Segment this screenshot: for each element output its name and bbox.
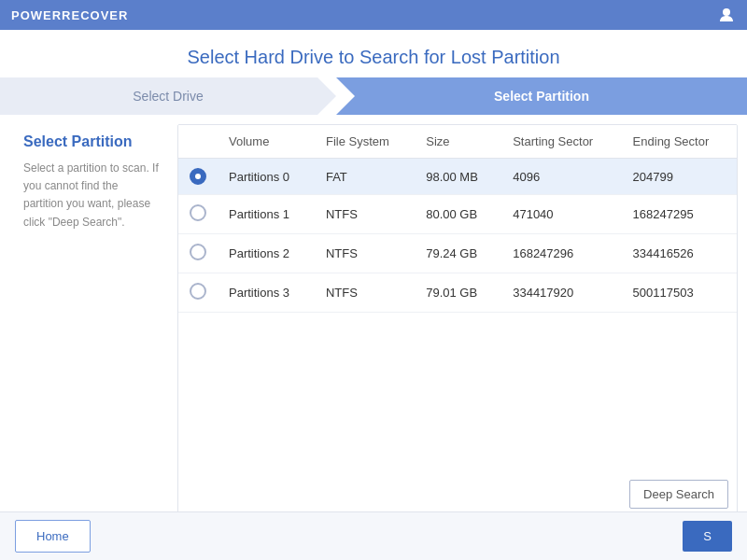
cell-filesystem: NTFS <box>315 234 415 273</box>
page-title: Select Hard Drive to Search for Lost Par… <box>0 30 747 77</box>
cell-size: 79.01 GB <box>415 273 501 313</box>
col-starting-sector: Starting Sector <box>501 125 621 159</box>
table-row[interactable]: Partitions 0 FAT 98.00 MB 4096 204799 <box>178 159 737 195</box>
table-row[interactable]: Partitions 1 NTFS 80.00 GB 471040 168247… <box>178 195 737 234</box>
step-select-partition[interactable]: Select Partition <box>336 77 747 115</box>
cell-ending-sector: 168247295 <box>622 195 737 234</box>
user-icon[interactable] <box>717 6 736 24</box>
cell-filesystem: NTFS <box>315 273 415 313</box>
title-bar: POWERRECOVER <box>0 0 747 30</box>
cell-starting-sector: 334417920 <box>501 273 621 313</box>
radio-cell[interactable] <box>178 159 218 195</box>
cell-volume: Partitions 0 <box>218 159 315 195</box>
table-body: Partitions 0 FAT 98.00 MB 4096 204799 Pa… <box>178 159 737 313</box>
partition-table: Volume File System Size Starting Sector … <box>178 125 737 313</box>
col-size: Size <box>415 125 501 159</box>
radio-button[interactable] <box>190 283 206 300</box>
table-header-row: Volume File System Size Starting Sector … <box>178 125 737 159</box>
table-row[interactable]: Partitions 2 NTFS 79.24 GB 168247296 334… <box>178 234 737 273</box>
cell-size: 80.00 GB <box>415 195 501 234</box>
cell-ending-sector: 334416526 <box>622 234 737 273</box>
steps-bar: Select Drive Select Partition <box>0 77 747 115</box>
left-panel-description: Select a partition to scan. If you canno… <box>23 160 159 231</box>
step-select-drive[interactable]: Select Drive <box>0 77 336 115</box>
main-content: Select Hard Drive to Search for Lost Par… <box>0 30 747 560</box>
radio-cell[interactable] <box>178 273 218 313</box>
col-ending-sector: Ending Sector <box>622 125 737 159</box>
cell-volume: Partitions 3 <box>218 273 315 313</box>
col-filesystem: File System <box>315 125 415 159</box>
radio-cell[interactable] <box>178 195 218 234</box>
scan-button[interactable]: S <box>683 521 732 552</box>
cell-starting-sector: 168247296 <box>501 234 621 273</box>
cell-ending-sector: 204799 <box>622 159 737 195</box>
col-volume: Volume <box>218 125 315 159</box>
radio-button[interactable] <box>190 244 206 260</box>
left-panel: Select Partition Select a partition to s… <box>9 124 173 560</box>
cell-starting-sector: 4096 <box>501 159 621 195</box>
home-button[interactable]: Home <box>15 520 91 553</box>
svg-point-0 <box>723 8 730 16</box>
footer: Home S <box>0 511 747 560</box>
deep-search-button[interactable]: Deep Search <box>629 480 728 509</box>
cell-starting-sector: 471040 <box>501 195 621 234</box>
radio-cell[interactable] <box>178 234 218 273</box>
cell-filesystem: FAT <box>315 159 415 195</box>
radio-button[interactable] <box>190 204 206 221</box>
cell-size: 98.00 MB <box>415 159 501 195</box>
cell-volume: Partitions 1 <box>218 195 315 234</box>
cell-size: 79.24 GB <box>415 234 501 273</box>
left-panel-title: Select Partition <box>23 133 159 150</box>
table-row[interactable]: Partitions 3 NTFS 79.01 GB 334417920 500… <box>178 273 737 313</box>
radio-button[interactable] <box>190 168 206 185</box>
step-select-drive-label: Select Drive <box>133 89 203 104</box>
app-title: POWERRECOVER <box>11 8 128 22</box>
cell-volume: Partitions 2 <box>218 234 315 273</box>
cell-filesystem: NTFS <box>315 195 415 234</box>
step-select-partition-label: Select Partition <box>494 89 589 104</box>
col-radio <box>178 125 218 159</box>
cell-ending-sector: 500117503 <box>622 273 737 313</box>
